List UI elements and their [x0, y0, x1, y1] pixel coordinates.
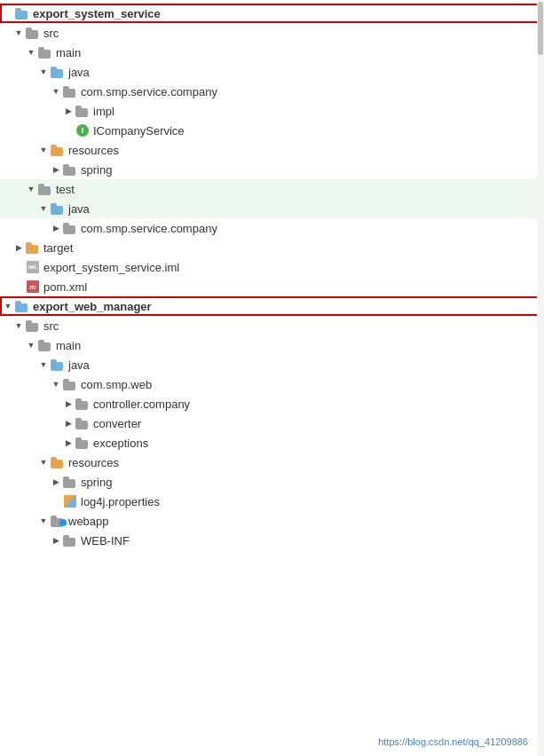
tree-item-label: spring	[81, 163, 112, 177]
scrollbar-track[interactable]	[537, 0, 544, 756]
folder-icon	[62, 84, 78, 98]
watermark: https://blog.csdn.net/qq_41209886	[378, 736, 528, 747]
expand-arrow[interactable]: ▶	[50, 224, 62, 232]
tree-item-label: pom.xml	[43, 280, 87, 294]
expand-arrow[interactable]: ▶	[50, 536, 62, 545]
tree-item-label: java	[68, 66, 90, 79]
tree-row-test1[interactable]: ▼ test	[0, 179, 544, 199]
tree-row-java2[interactable]: ▼ java	[0, 199, 544, 218]
expand-arrow[interactable]: ▶	[12, 243, 25, 252]
tree-row-log4j[interactable]: log4j.properties	[0, 492, 544, 511]
tree-item-label: controller.company	[93, 398, 190, 411]
folder-icon	[62, 377, 78, 391]
expand-arrow[interactable]: ▼	[37, 360, 50, 369]
folder-icon	[50, 455, 66, 469]
tree-item-label: resources	[68, 456, 119, 469]
tree-row-target1[interactable]: ▶ target	[0, 238, 544, 257]
expand-arrow[interactable]: ▼	[12, 28, 25, 37]
expand-arrow[interactable]: ▼	[37, 146, 50, 154]
tree-row-spring2[interactable]: ▶ spring	[0, 472, 544, 492]
tree-item-label: main	[56, 46, 81, 59]
tree-item-label: exceptions	[93, 437, 148, 450]
tree-item-label: com.smp.service.company	[81, 222, 217, 235]
expand-arrow[interactable]: ▼	[37, 516, 50, 525]
folder-icon	[75, 397, 91, 411]
tree-row-main1[interactable]: ▼ main	[0, 43, 544, 62]
tree-item-label: target	[43, 241, 73, 255]
expand-arrow[interactable]: ▼	[37, 204, 50, 213]
tree-item-label: ICompanyService	[93, 124, 185, 138]
tree-row-main2[interactable]: ▼ main	[0, 335, 544, 355]
tree-item-label: src	[43, 27, 59, 40]
tree-row-controllercompany[interactable]: ▶ controller.company	[0, 394, 544, 413]
tree-item-label: java	[68, 358, 90, 372]
folder-icon	[75, 104, 91, 118]
tree-item-label: export_system_service	[33, 7, 161, 20]
tree-row-java1[interactable]: ▼ java	[0, 62, 544, 82]
tree-row-java3[interactable]: ▼ java	[0, 355, 544, 374]
folder-icon	[37, 338, 53, 352]
folder-icon	[37, 45, 53, 59]
tree-row-src2[interactable]: ▼ src	[0, 316, 544, 335]
tree-row-comsmpweb[interactable]: ▼ com.smp.web	[0, 374, 544, 394]
tree-item-label: impl	[93, 105, 114, 118]
expand-arrow[interactable]: ▼	[37, 67, 50, 76]
expand-arrow[interactable]: ▶	[50, 165, 62, 174]
tree-item-label: test	[56, 183, 75, 196]
tree-row-export-web-manager[interactable]: ▼ export_web_manager	[0, 296, 544, 316]
expand-arrow[interactable]: ▼	[50, 87, 62, 96]
tree-item-label: java	[68, 202, 90, 216]
folder-icon	[62, 475, 78, 489]
expand-arrow[interactable]: ▼	[50, 380, 62, 389]
tree-row-comsmpservicecompany1[interactable]: ▼ com.smp.service.company	[0, 82, 544, 101]
tree-row-pomxml1[interactable]: mpom.xml	[0, 277, 544, 296]
tree-item-label: webapp	[68, 515, 109, 528]
tree-row-webapp[interactable]: ▼ webapp	[0, 511, 544, 531]
expand-arrow[interactable]: ▶	[62, 419, 75, 428]
tree-row-impl1[interactable]: ▶ impl	[0, 101, 544, 121]
tree-row-src1[interactable]: ▼ src	[0, 23, 544, 43]
folder-icon	[14, 299, 30, 313]
expand-arrow[interactable]: ▼	[25, 48, 37, 57]
webapp-folder-icon	[50, 514, 66, 528]
tree-row-converter[interactable]: ▶ converter	[0, 413, 544, 433]
tree-item-label: com.smp.web	[81, 378, 152, 391]
tree-item-label: log4j.properties	[81, 495, 160, 508]
tree-row-comsmpservicecompany2[interactable]: ▶ com.smp.service.company	[0, 218, 544, 238]
tree-row-export-system-service[interactable]: export_system_service	[0, 4, 544, 23]
expand-arrow[interactable]: ▼	[37, 458, 50, 467]
expand-arrow[interactable]: ▶	[62, 399, 75, 408]
tree-row-exportsystemserviceiml[interactable]: IMLexport_system_service.iml	[0, 257, 544, 277]
folder-icon	[50, 65, 66, 79]
folder-icon	[50, 201, 66, 216]
tree-item-label: com.smp.service.company	[81, 85, 217, 98]
tree-item-label: main	[56, 339, 81, 352]
folder-icon	[75, 416, 91, 430]
expand-arrow[interactable]: ▶	[50, 477, 62, 486]
tree-item-label: converter	[93, 417, 141, 430]
tree-row-resources2[interactable]: ▼ resources	[0, 453, 544, 472]
iml-file-icon: IML	[25, 260, 41, 274]
expand-arrow[interactable]: ▼	[12, 321, 25, 330]
interface-icon: I	[75, 123, 91, 138]
folder-icon	[62, 221, 78, 235]
folder-icon	[62, 162, 78, 177]
tree-item-label: export_system_service.iml	[43, 261, 179, 274]
maven-file-icon: m	[25, 280, 41, 294]
expand-arrow[interactable]: ▶	[62, 438, 75, 447]
tree-row-icompanyservice[interactable]: IICompanyService	[0, 121, 544, 140]
folder-icon	[50, 358, 66, 372]
project-tree: export_system_service▼ src▼ main▼ java▼ …	[0, 0, 544, 756]
tree-row-resources1[interactable]: ▼ resources	[0, 140, 544, 160]
expand-arrow[interactable]: ▶	[62, 106, 75, 115]
expand-arrow[interactable]: ▼	[25, 185, 37, 193]
scrollbar-thumb[interactable]	[538, 2, 543, 55]
expand-arrow[interactable]: ▼	[25, 341, 37, 350]
tree-row-exceptions[interactable]: ▶ exceptions	[0, 433, 544, 453]
tree-row-spring1[interactable]: ▶ spring	[0, 160, 544, 179]
tree-row-webinf[interactable]: ▶ WEB-INF	[0, 531, 544, 550]
expand-arrow[interactable]: ▼	[2, 302, 14, 311]
folder-icon	[25, 26, 41, 40]
tree-item-label: WEB-INF	[81, 534, 130, 547]
log4j-file-icon	[62, 494, 78, 508]
